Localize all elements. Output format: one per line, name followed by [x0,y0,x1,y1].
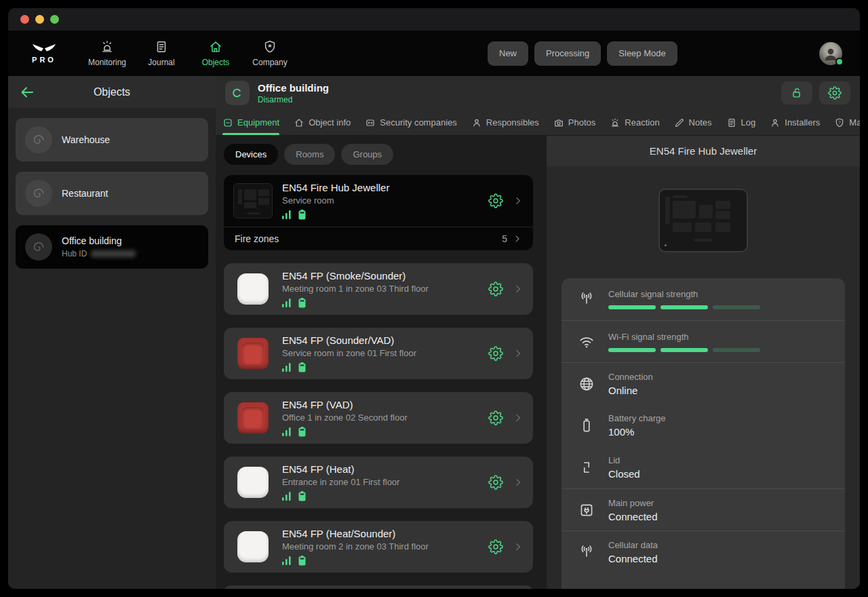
battery-icon [298,362,306,372]
detector-thumbnail-red [233,334,273,372]
chevron-right-icon[interactable] [513,541,524,552]
fire-zones-row[interactable]: Fire zones 5 [224,227,533,250]
nav-item-monitoring[interactable]: Monitoring [85,39,130,67]
minimize-window-button[interactable] [35,15,44,24]
device-card[interactable]: EN54 FP (Heat/Sounder) Meeting room 2 in… [224,521,533,573]
tab-label: Reaction [625,117,659,128]
signal-strength-icon [282,363,292,372]
tab-equipment[interactable]: Equipment [222,110,279,135]
device-location: Entrance in zone 01 First floor [282,477,479,487]
device-settings-button[interactable] [488,410,503,425]
detail-panel-title: EN54 Fire Hub Jeweller [547,136,860,166]
back-arrow-icon[interactable] [19,84,35,100]
object-settings-button[interactable] [819,81,850,104]
hub-thumbnail [233,182,273,220]
stat-label: Connection [608,372,653,382]
signal-strength-icon [282,427,292,436]
nav-item-journal[interactable]: Journal [139,39,184,67]
device-card-partially-visible[interactable] [224,585,533,589]
chevron-right-icon[interactable] [513,284,524,294]
shield-question-icon: ? [834,117,845,128]
device-card-hub[interactable]: EN54 Fire Hub Jeweller Service room [224,175,533,250]
nav-item-objects[interactable]: Objects [193,39,238,67]
device-settings-button[interactable] [488,539,503,554]
tab-label: Notes [689,117,712,128]
chevron-right-icon[interactable] [513,477,524,488]
device-card[interactable]: EN54 FP (VAD) Office 1 in zone 02 Second… [224,392,533,444]
device-card[interactable]: EN54 FP (Smoke/Sounder) Meeting room 1 i… [224,263,533,315]
tab-installers[interactable]: Installers [770,110,820,135]
nav-item-company[interactable]: Company [248,39,292,67]
tab-security-companies[interactable]: Security companies [365,110,456,135]
tab-label: Equipment [237,117,279,128]
detector-thumbnail-red [233,399,273,437]
nav-item-label: Company [252,58,287,67]
device-card[interactable]: EN54 FP (Sounder/VAD) Service room in zo… [224,328,533,379]
device-settings-button[interactable] [488,193,503,208]
chevron-right-icon[interactable] [513,195,524,206]
device-icon [222,117,233,128]
object-header: Office building Disarmed [216,76,860,110]
sidebar-header: Objects [8,76,216,108]
tab-log[interactable]: Log [726,110,756,135]
object-item-office-building[interactable]: Office building Hub ID [16,225,208,269]
device-settings-button[interactable] [488,475,503,490]
tab-object-info[interactable]: Object info [294,110,351,135]
signal-strength-icon [282,210,292,219]
wifi-icon [576,333,597,351]
house-icon [294,117,304,128]
detector-thumbnail-white [233,270,273,308]
device-location: Meeting room 2 in zone 03 Third floor [282,541,479,552]
stat-value: Connected [608,553,658,564]
filter-sleep-mode-button[interactable]: Sleep Mode [607,41,677,66]
zoom-window-button[interactable] [50,15,59,24]
tab-maintenance[interactable]: ? Maintenance [834,110,860,135]
stat-row-main-power: Main power Connected [561,488,845,531]
subtab-groups[interactable]: Groups [341,144,393,165]
objects-sidebar: Objects Warehouse [8,76,216,589]
tab-responsibles[interactable]: Responsibles [471,110,539,135]
stat-value: 100% [608,426,666,438]
object-item-warehouse[interactable]: Warehouse [16,118,208,161]
siren-icon [610,117,620,128]
chevron-right-icon[interactable] [513,348,524,359]
stat-row-battery: Battery charge 100% [561,404,845,446]
object-item-restaurant[interactable]: Restaurant [16,172,208,215]
filter-processing-button[interactable]: Processing [534,41,601,66]
app-window: PRO Monitoring Journal [8,8,860,589]
device-name: EN54 FP (VAD) [282,399,479,410]
stat-label: Battery charge [608,413,666,423]
device-name: EN54 FP (Heat/Sounder) [282,528,479,539]
device-settings-button[interactable] [488,346,503,361]
subtab-devices[interactable]: Devices [224,144,278,165]
tab-reaction[interactable]: Reaction [610,110,659,135]
user-avatar[interactable] [819,42,842,65]
tab-label: Installers [785,117,820,128]
gear-icon [488,193,503,208]
battery-icon [298,427,306,437]
tab-photos[interactable]: Photos [553,110,595,135]
siren-icon [100,39,115,54]
device-location: Service room in zone 01 First floor [282,348,479,358]
wifi-signal-bars [608,348,760,352]
arming-lock-button[interactable] [781,81,812,104]
tab-label: Object info [309,117,351,128]
device-settings-button[interactable] [488,282,503,296]
tab-label: Security companies [380,117,456,128]
pencil-icon [674,117,685,128]
globe-icon [576,375,597,393]
main-nav-items: Monitoring Journal Objects [85,39,292,67]
gear-icon [488,475,503,490]
tab-notes[interactable]: Notes [674,110,712,135]
filter-new-button[interactable]: New [488,41,528,66]
close-window-button[interactable] [20,15,29,24]
object-main-panel: Office building Disarmed [216,76,860,589]
device-name: EN54 FP (Heat) [282,463,479,475]
chevron-right-icon[interactable] [513,412,524,423]
tab-label: Photos [568,117,595,128]
device-card[interactable]: EN54 FP (Heat) Entrance in zone 01 First… [224,457,533,508]
cellular-antenna-icon [576,290,597,308]
signal-strength-icon [282,298,292,307]
subtab-rooms[interactable]: Rooms [284,144,335,165]
battery-icon [298,491,306,501]
